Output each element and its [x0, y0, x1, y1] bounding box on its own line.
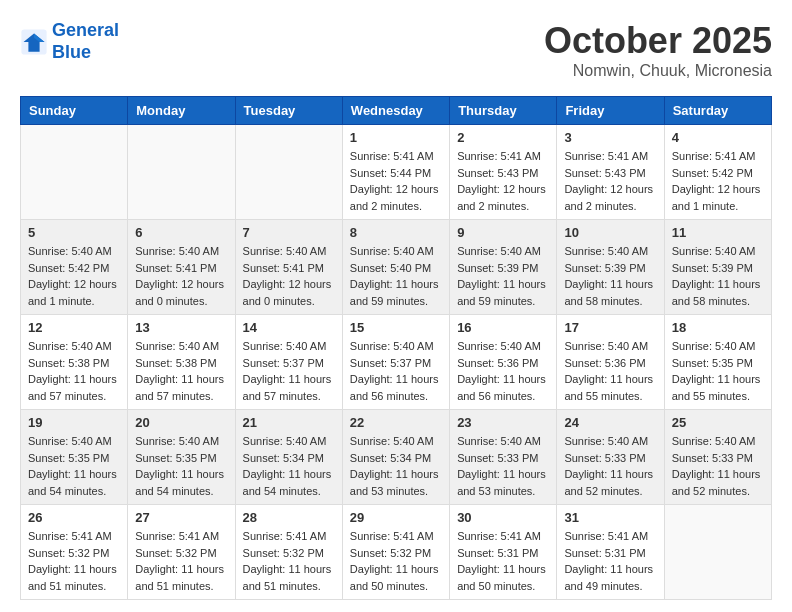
calendar-cell: 27Sunrise: 5:41 AMSunset: 5:32 PMDayligh… — [128, 505, 235, 600]
day-number: 16 — [457, 320, 549, 335]
day-detail: Sunrise: 5:41 AMSunset: 5:31 PMDaylight:… — [564, 528, 656, 594]
weekday-header-saturday: Saturday — [664, 97, 771, 125]
logo-text: General Blue — [52, 20, 119, 63]
day-detail: Sunrise: 5:41 AMSunset: 5:32 PMDaylight:… — [350, 528, 442, 594]
day-detail: Sunrise: 5:41 AMSunset: 5:32 PMDaylight:… — [28, 528, 120, 594]
day-detail: Sunrise: 5:40 AMSunset: 5:33 PMDaylight:… — [672, 433, 764, 499]
logo-line2: Blue — [52, 42, 91, 62]
location: Nomwin, Chuuk, Micronesia — [544, 62, 772, 80]
day-number: 6 — [135, 225, 227, 240]
day-detail: Sunrise: 5:41 AMSunset: 5:43 PMDaylight:… — [457, 148, 549, 214]
calendar-cell: 4Sunrise: 5:41 AMSunset: 5:42 PMDaylight… — [664, 125, 771, 220]
day-detail: Sunrise: 5:40 AMSunset: 5:41 PMDaylight:… — [243, 243, 335, 309]
logo: General Blue — [20, 20, 119, 63]
calendar-cell: 6Sunrise: 5:40 AMSunset: 5:41 PMDaylight… — [128, 220, 235, 315]
calendar-cell: 21Sunrise: 5:40 AMSunset: 5:34 PMDayligh… — [235, 410, 342, 505]
calendar-week-5: 26Sunrise: 5:41 AMSunset: 5:32 PMDayligh… — [21, 505, 772, 600]
day-detail: Sunrise: 5:40 AMSunset: 5:34 PMDaylight:… — [350, 433, 442, 499]
calendar-cell: 24Sunrise: 5:40 AMSunset: 5:33 PMDayligh… — [557, 410, 664, 505]
calendar-cell: 18Sunrise: 5:40 AMSunset: 5:35 PMDayligh… — [664, 315, 771, 410]
day-number: 30 — [457, 510, 549, 525]
weekday-header-sunday: Sunday — [21, 97, 128, 125]
day-number: 5 — [28, 225, 120, 240]
day-detail: Sunrise: 5:40 AMSunset: 5:35 PMDaylight:… — [28, 433, 120, 499]
calendar-cell: 25Sunrise: 5:40 AMSunset: 5:33 PMDayligh… — [664, 410, 771, 505]
weekday-header-wednesday: Wednesday — [342, 97, 449, 125]
day-number: 12 — [28, 320, 120, 335]
day-number: 17 — [564, 320, 656, 335]
day-number: 2 — [457, 130, 549, 145]
logo-icon — [20, 28, 48, 56]
day-number: 22 — [350, 415, 442, 430]
calendar-cell — [664, 505, 771, 600]
day-detail: Sunrise: 5:41 AMSunset: 5:32 PMDaylight:… — [243, 528, 335, 594]
day-detail: Sunrise: 5:40 AMSunset: 5:40 PMDaylight:… — [350, 243, 442, 309]
calendar-cell: 7Sunrise: 5:40 AMSunset: 5:41 PMDaylight… — [235, 220, 342, 315]
calendar-cell: 15Sunrise: 5:40 AMSunset: 5:37 PMDayligh… — [342, 315, 449, 410]
calendar-cell: 2Sunrise: 5:41 AMSunset: 5:43 PMDaylight… — [450, 125, 557, 220]
day-detail: Sunrise: 5:40 AMSunset: 5:42 PMDaylight:… — [28, 243, 120, 309]
calendar-cell: 17Sunrise: 5:40 AMSunset: 5:36 PMDayligh… — [557, 315, 664, 410]
calendar-cell: 26Sunrise: 5:41 AMSunset: 5:32 PMDayligh… — [21, 505, 128, 600]
calendar-cell: 3Sunrise: 5:41 AMSunset: 5:43 PMDaylight… — [557, 125, 664, 220]
calendar-cell: 8Sunrise: 5:40 AMSunset: 5:40 PMDaylight… — [342, 220, 449, 315]
day-number: 3 — [564, 130, 656, 145]
calendar-cell: 5Sunrise: 5:40 AMSunset: 5:42 PMDaylight… — [21, 220, 128, 315]
day-number: 28 — [243, 510, 335, 525]
weekday-header-thursday: Thursday — [450, 97, 557, 125]
calendar-cell: 23Sunrise: 5:40 AMSunset: 5:33 PMDayligh… — [450, 410, 557, 505]
calendar-cell: 22Sunrise: 5:40 AMSunset: 5:34 PMDayligh… — [342, 410, 449, 505]
day-detail: Sunrise: 5:40 AMSunset: 5:37 PMDaylight:… — [243, 338, 335, 404]
day-detail: Sunrise: 5:41 AMSunset: 5:42 PMDaylight:… — [672, 148, 764, 214]
day-number: 25 — [672, 415, 764, 430]
calendar-cell — [21, 125, 128, 220]
day-number: 29 — [350, 510, 442, 525]
calendar-table: SundayMondayTuesdayWednesdayThursdayFrid… — [20, 96, 772, 600]
calendar-cell: 14Sunrise: 5:40 AMSunset: 5:37 PMDayligh… — [235, 315, 342, 410]
day-number: 1 — [350, 130, 442, 145]
calendar-cell: 30Sunrise: 5:41 AMSunset: 5:31 PMDayligh… — [450, 505, 557, 600]
day-number: 10 — [564, 225, 656, 240]
day-number: 21 — [243, 415, 335, 430]
calendar-week-1: 1Sunrise: 5:41 AMSunset: 5:44 PMDaylight… — [21, 125, 772, 220]
calendar-cell: 13Sunrise: 5:40 AMSunset: 5:38 PMDayligh… — [128, 315, 235, 410]
calendar-week-3: 12Sunrise: 5:40 AMSunset: 5:38 PMDayligh… — [21, 315, 772, 410]
day-number: 20 — [135, 415, 227, 430]
calendar-cell — [235, 125, 342, 220]
day-number: 7 — [243, 225, 335, 240]
day-detail: Sunrise: 5:40 AMSunset: 5:35 PMDaylight:… — [135, 433, 227, 499]
day-number: 19 — [28, 415, 120, 430]
calendar-cell: 1Sunrise: 5:41 AMSunset: 5:44 PMDaylight… — [342, 125, 449, 220]
calendar-week-4: 19Sunrise: 5:40 AMSunset: 5:35 PMDayligh… — [21, 410, 772, 505]
day-number: 24 — [564, 415, 656, 430]
day-detail: Sunrise: 5:40 AMSunset: 5:36 PMDaylight:… — [457, 338, 549, 404]
day-detail: Sunrise: 5:40 AMSunset: 5:36 PMDaylight:… — [564, 338, 656, 404]
weekday-header-row: SundayMondayTuesdayWednesdayThursdayFrid… — [21, 97, 772, 125]
calendar-cell: 16Sunrise: 5:40 AMSunset: 5:36 PMDayligh… — [450, 315, 557, 410]
weekday-header-friday: Friday — [557, 97, 664, 125]
day-detail: Sunrise: 5:40 AMSunset: 5:38 PMDaylight:… — [135, 338, 227, 404]
day-number: 8 — [350, 225, 442, 240]
day-detail: Sunrise: 5:41 AMSunset: 5:44 PMDaylight:… — [350, 148, 442, 214]
day-number: 9 — [457, 225, 549, 240]
calendar-cell: 12Sunrise: 5:40 AMSunset: 5:38 PMDayligh… — [21, 315, 128, 410]
day-number: 27 — [135, 510, 227, 525]
day-number: 15 — [350, 320, 442, 335]
page-header: General Blue October 2025 Nomwin, Chuuk,… — [20, 20, 772, 80]
day-number: 4 — [672, 130, 764, 145]
calendar-cell: 19Sunrise: 5:40 AMSunset: 5:35 PMDayligh… — [21, 410, 128, 505]
day-number: 23 — [457, 415, 549, 430]
day-detail: Sunrise: 5:40 AMSunset: 5:38 PMDaylight:… — [28, 338, 120, 404]
calendar-cell: 28Sunrise: 5:41 AMSunset: 5:32 PMDayligh… — [235, 505, 342, 600]
calendar-cell: 20Sunrise: 5:40 AMSunset: 5:35 PMDayligh… — [128, 410, 235, 505]
day-number: 31 — [564, 510, 656, 525]
day-detail: Sunrise: 5:41 AMSunset: 5:31 PMDaylight:… — [457, 528, 549, 594]
weekday-header-monday: Monday — [128, 97, 235, 125]
day-detail: Sunrise: 5:40 AMSunset: 5:39 PMDaylight:… — [564, 243, 656, 309]
calendar-cell: 10Sunrise: 5:40 AMSunset: 5:39 PMDayligh… — [557, 220, 664, 315]
day-number: 18 — [672, 320, 764, 335]
day-detail: Sunrise: 5:41 AMSunset: 5:32 PMDaylight:… — [135, 528, 227, 594]
day-detail: Sunrise: 5:40 AMSunset: 5:37 PMDaylight:… — [350, 338, 442, 404]
day-detail: Sunrise: 5:40 AMSunset: 5:34 PMDaylight:… — [243, 433, 335, 499]
title-block: October 2025 Nomwin, Chuuk, Micronesia — [544, 20, 772, 80]
